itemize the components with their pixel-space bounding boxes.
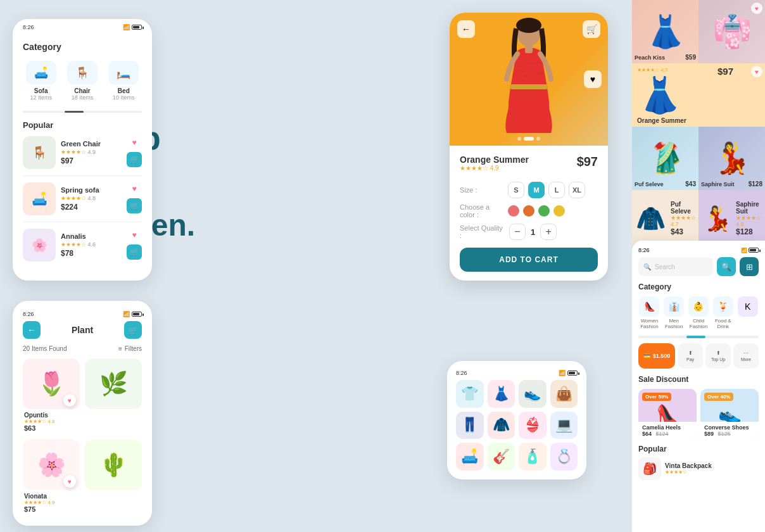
qty-plus[interactable]: + — [540, 224, 557, 240]
sale-shoes[interactable]: 👟 Over 40% Converse Shoes $89 $125 — [700, 389, 759, 440]
color-selector[interactable]: Choose a color : — [460, 203, 598, 218]
plant-cart-btn[interactable]: 🛒 — [124, 321, 142, 339]
svg-rect-11 — [510, 84, 548, 89]
category-sofa[interactable]: 🛋️ Sofa 12 Items — [23, 61, 59, 101]
product-detail-name: Orange Summer — [460, 155, 529, 165]
fashion-orange-summer[interactable]: 👗 Orange Summer ★★★★☆ 4.7 $97 ♥ — [632, 63, 765, 127]
product-detail-price: $97 — [577, 155, 598, 169]
cat-bed-label: Bed — [106, 87, 142, 94]
popular-section-title: Popular — [638, 445, 759, 453]
clothes-grid: 👕 👗 👟 👜 👖 🧥 👙 💻 🛋️ 🎸 🧴 💍 — [456, 380, 578, 471]
svg-point-8 — [524, 75, 527, 77]
plant-time: 8:26 — [23, 311, 34, 317]
pay-btn[interactable]: ⬆ Pay — [678, 343, 703, 369]
clothes-beauty[interactable]: 🧴 — [519, 443, 547, 471]
cat-more[interactable]: K — [737, 296, 759, 329]
product-detail-screen: ← 🛒 — [450, 13, 608, 281]
fashion-saphire[interactable]: 💃 Saphire Suit ★★★★☆ 4.9 $128 — [699, 190, 765, 247]
plant-3[interactable]: 🌸 ♥ Vionata ★★★★☆ 4.9 $75 — [23, 440, 80, 516]
search-row: 🔍 Search 🔍 ⊞ — [638, 257, 759, 276]
quantity-selector[interactable]: Select Quality : − 1 + — [460, 224, 598, 240]
cart-btn-3[interactable]: 🛒 — [127, 244, 142, 260]
clothes-pants[interactable]: 👖 — [456, 412, 484, 440]
cat-food[interactable]: 🍹 Food & Drink — [712, 296, 734, 329]
size-selector[interactable]: Size : S M L XL — [460, 182, 598, 198]
category-bed[interactable]: 🛏️ Bed 10 Items — [106, 61, 142, 101]
color-red[interactable] — [508, 205, 519, 217]
color-green[interactable] — [538, 205, 550, 217]
plant-grid: 🌷 ♥ Opuntis ★★★★☆ 4.8 $63 🌿 🌸 ♥ Vionata … — [23, 358, 142, 516]
fashion-puf-seleve[interactable]: 🧥 Puf Seleve ★★★★☆ 4.7 $43 — [632, 190, 699, 247]
clothes-shirt[interactable]: 👕 — [456, 380, 484, 408]
plant-back-btn[interactable]: ← — [23, 321, 41, 339]
cat-time: 8:26 — [456, 370, 467, 376]
category-title: Category — [23, 42, 142, 52]
qty-minus[interactable]: − — [509, 224, 526, 240]
fashion-item-1[interactable]: 👗 Peach Kiss $59 — [632, 0, 699, 63]
filter-icon-btn[interactable]: ⊞ — [740, 257, 759, 276]
heart-orange-summer[interactable]: ♥ — [751, 66, 762, 77]
fashion-item-4[interactable]: 💃 Saphire Suit $128 — [699, 127, 765, 190]
cat-men[interactable]: 👔 Men Fashion — [663, 296, 685, 329]
clothes-bikini[interactable]: 👙 — [519, 412, 547, 440]
heart-fashion-1[interactable]: ♥ — [751, 3, 762, 14]
clothes-shoes[interactable]: 👟 — [519, 380, 547, 408]
cat-child[interactable]: 👶 Child Fashion — [688, 296, 710, 329]
product-2[interactable]: 🛋️ Spring sofa ★★★★☆ 4.8 $224 ♥ 🛒 — [23, 182, 142, 222]
popular-backpack[interactable]: 🎒 Vinta Backpack ★★★★☆ — [638, 457, 759, 480]
plant-screen: 8:26 📶 ← Plant 🛒 20 Items Found ≡ Filter… — [13, 301, 152, 526]
product-1[interactable]: 🪑 Green Chair ★★★★☆ 4.9 $97 ♥ 🛒 — [23, 136, 142, 176]
clothes-dress[interactable]: 👗 — [488, 380, 515, 408]
cat-bed-count: 10 Items — [106, 94, 142, 101]
clothes-jacket[interactable]: 🧥 — [488, 412, 515, 440]
color-orange[interactable] — [523, 205, 534, 217]
cart-btn-1[interactable]: 🛒 — [127, 152, 142, 167]
heart-icon-2[interactable]: ♥ — [132, 184, 136, 193]
filter-btn[interactable]: ≡ Filters — [118, 345, 142, 352]
product-3[interactable]: 🌸 Annalis ★★★★☆ 4.6 $78 ♥ 🛒 — [23, 229, 142, 268]
category-chair[interactable]: 🪑 Chair 18 Items — [64, 61, 100, 101]
cart-btn-2[interactable]: 🛒 — [127, 198, 142, 213]
sale-heels[interactable]: 👠 Over 59% Camelia Heels $64 $124 — [638, 389, 697, 440]
heart-icon-3[interactable]: ♥ — [132, 231, 136, 239]
heart-icon-1[interactable]: ♥ — [132, 138, 136, 147]
clothes-jewelry[interactable]: 💍 — [550, 443, 578, 471]
items-found: 20 Items Found — [23, 345, 66, 352]
clothes-laptop[interactable]: 💻 — [550, 412, 578, 440]
cart-header-btn[interactable]: 🛒 — [583, 20, 600, 38]
heart-detail-btn[interactable]: ♥ — [584, 70, 602, 88]
fashion-item-1b[interactable]: 👘 ♥ — [699, 0, 765, 63]
plant-heart-1[interactable]: ♥ — [63, 394, 76, 407]
color-yellow[interactable] — [553, 205, 565, 217]
back-btn[interactable]: ← — [457, 20, 475, 38]
ras-categories: 👠 Women Fashion 👔 Men Fashion 👶 Child Fa… — [638, 296, 759, 329]
size-xl[interactable]: XL — [569, 182, 585, 198]
svg-rect-12 — [525, 44, 533, 53]
plant-title: Plant — [72, 325, 93, 335]
more-btn[interactable]: ⋯ More — [733, 343, 759, 369]
size-s[interactable]: S — [508, 182, 524, 198]
popular-title: Popular — [23, 120, 142, 130]
right-app-screen: 8:26 📶 🔍 Search 🔍 ⊞ Category 👠 Women Fas… — [632, 241, 765, 532]
topup-btn[interactable]: ⬆ Top Up — [705, 343, 731, 369]
size-m[interactable]: M — [528, 182, 545, 198]
svg-point-10 — [537, 72, 540, 74]
size-l[interactable]: L — [548, 182, 565, 198]
fashion-categories-screen: 8:26 📶 👕 👗 👟 👜 👖 🧥 👙 💻 🛋️ 🎸 🧴 💍 — [447, 361, 586, 479]
clothes-guitar[interactable]: 🎸 — [488, 443, 515, 471]
plant-4[interactable]: 🌵 — [85, 440, 142, 516]
clothes-bag[interactable]: 👜 — [550, 380, 578, 408]
add-to-cart-button[interactable]: ADD TO CART — [460, 248, 598, 272]
ras-cat-title: Category — [638, 282, 759, 291]
fashion-item-3[interactable]: 🥻 Puf Seleve $43 — [632, 127, 699, 190]
cat-women[interactable]: 👠 Women Fashion — [638, 296, 661, 329]
plant-heart-3[interactable]: ♥ — [63, 475, 76, 488]
plant-2[interactable]: 🌿 — [85, 358, 142, 434]
wallet-card[interactable]: 💳 $1.500 — [638, 343, 675, 369]
right-fashion-panel: 👗 Peach Kiss $59 👘 ♥ 👗 Orange Summer ★★★… — [632, 0, 765, 532]
plant-1[interactable]: 🌷 ♥ Opuntis ★★★★☆ 4.8 $63 — [23, 358, 80, 434]
clothes-sofa-small[interactable]: 🛋️ — [456, 443, 484, 471]
wallet-row: 💳 $1.500 ⬆ Pay ⬆ Top Up ⋯ More — [638, 343, 759, 369]
search-btn[interactable]: 🔍 — [717, 257, 736, 276]
search-input[interactable]: 🔍 Search — [638, 257, 713, 276]
